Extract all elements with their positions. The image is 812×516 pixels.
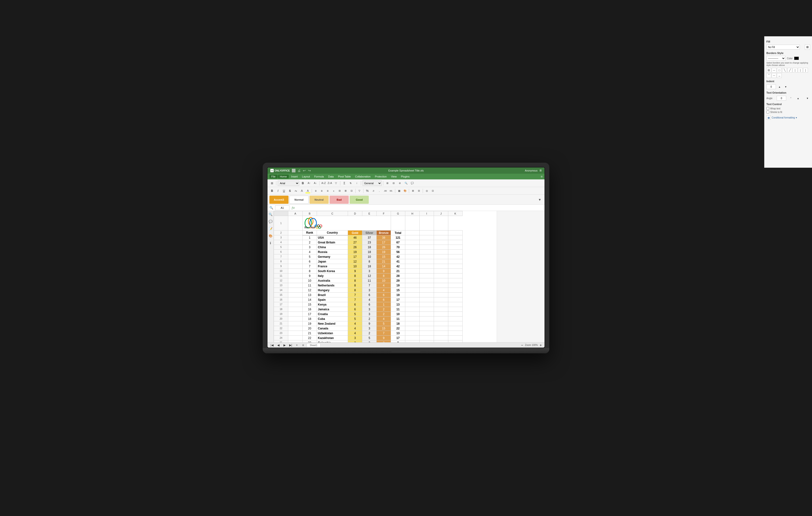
cell-total-20[interactable]: 11 (391, 317, 405, 321)
cell-extra-10-3[interactable] (448, 269, 463, 274)
cell-extra-20-3[interactable] (448, 317, 463, 321)
cell-silver-14[interactable]: 3 (362, 288, 377, 293)
col-header-c[interactable]: C (317, 211, 348, 216)
cell-gold-10[interactable]: 9 (348, 269, 362, 274)
cell-extra-16-3[interactable] (448, 297, 463, 302)
cell-rank-7[interactable]: 5 (302, 254, 317, 259)
cell-total-11[interactable]: 28 (391, 274, 405, 278)
align-bottom-btn[interactable]: ⊞ (343, 188, 348, 194)
cell-extra-16-0[interactable] (405, 297, 419, 302)
cell-total-4[interactable]: 67 (391, 240, 405, 245)
paste-special-btn[interactable]: ⊡ (430, 188, 435, 194)
cell-extra-7-1[interactable] (419, 254, 434, 259)
cell-country-22[interactable]: Canada (317, 326, 348, 331)
search-btn[interactable]: 🔍 (403, 181, 409, 186)
cell-extra-11-1[interactable] (419, 274, 434, 278)
menu-plugins[interactable]: Plugins (399, 175, 411, 178)
cell-a17[interactable] (288, 302, 302, 307)
cell-extra-13-3[interactable] (448, 283, 463, 288)
cell-extra-9-3[interactable] (448, 264, 463, 269)
cell-k2[interactable] (448, 231, 463, 235)
cell-gold-22[interactable]: 4 (348, 326, 362, 331)
cell-country-11[interactable]: Italy (317, 274, 348, 278)
col-header-d[interactable]: D (348, 211, 362, 216)
nav-last-btn[interactable]: ▶| (288, 343, 293, 348)
cell-j2[interactable] (434, 231, 448, 235)
cell-extra-9-1[interactable] (419, 264, 434, 269)
cell-a4[interactable] (288, 240, 302, 245)
highlight-btn[interactable]: A (305, 188, 311, 194)
align-top-btn[interactable]: ⌅ (331, 188, 336, 194)
cell-extra-12-1[interactable] (419, 278, 434, 283)
cell-a1[interactable] (288, 216, 302, 231)
cell-rank-14[interactable]: 12 (302, 288, 317, 293)
cell-total-22[interactable]: 22 (391, 326, 405, 331)
menu-insert[interactable]: Insert (289, 175, 300, 178)
cell-bronze-16[interactable]: 6 (377, 297, 391, 302)
number-format-select[interactable]: General (362, 181, 382, 186)
cell-country-12[interactable]: Australia (317, 278, 348, 283)
cell-a12[interactable] (288, 278, 302, 283)
nav-first-btn[interactable]: |◀ (269, 343, 274, 348)
cell-rank-15[interactable]: 13 (302, 293, 317, 297)
cell-rank-17[interactable]: 15 (302, 302, 317, 307)
sheet-tab-1[interactable]: Sheet1 (307, 343, 320, 347)
col-header-g[interactable]: G (391, 211, 405, 216)
cell-silver-6[interactable]: 18 (362, 250, 377, 254)
decimal-btn[interactable]: .0 (371, 188, 376, 194)
cell-silver-header[interactable]: Silver (362, 231, 377, 235)
cell-extra-21-1[interactable] (419, 321, 434, 326)
cell-gold-20[interactable]: 5 (348, 317, 362, 321)
cell-rank-24[interactable]: 22 (302, 336, 317, 340)
bold-btn[interactable]: B (269, 188, 274, 194)
copy-format-btn[interactable]: ⊞ (269, 181, 274, 186)
col-header-f[interactable]: F (377, 211, 391, 216)
cell-silver-25[interactable]: 2 (362, 340, 377, 343)
cell-country-23[interactable]: Uzbekistan (317, 331, 348, 336)
cell-extra-25-3[interactable] (448, 340, 463, 343)
increase-decimal-btn[interactable]: 00. (388, 188, 394, 194)
cell-a9[interactable] (288, 264, 302, 269)
cell-extra-3-2[interactable] (434, 235, 448, 240)
sheet-list-btn[interactable]: ≡ (300, 343, 306, 348)
cell-bronze-13[interactable]: 4 (377, 283, 391, 288)
cell-a6[interactable] (288, 250, 302, 254)
cell-gold-6[interactable]: 19 (348, 250, 362, 254)
percent-btn[interactable]: % (365, 188, 370, 194)
cell-extra-24-0[interactable] (405, 336, 419, 340)
cell-bronze-header[interactable]: Bronze (377, 231, 391, 235)
cell-extra-24-2[interactable] (434, 336, 448, 340)
cell-gold-13[interactable]: 8 (348, 283, 362, 288)
cell-extra-4-3[interactable] (448, 240, 463, 245)
clear-btn[interactable]: ⊘ (397, 181, 402, 186)
cell-gold-17[interactable]: 6 (348, 302, 362, 307)
style-accent3[interactable]: Accent3 (269, 196, 289, 204)
sidebar-search-icon[interactable]: 🔍 (268, 212, 273, 217)
delete-row-btn[interactable]: ⊟ (416, 188, 422, 194)
cell-h1[interactable] (391, 216, 405, 231)
cell-a19[interactable] (288, 312, 302, 317)
cell-j1[interactable] (419, 216, 434, 231)
cell-extra-23-1[interactable] (419, 331, 434, 336)
cell-country-15[interactable]: Brazil (317, 293, 348, 297)
cell-total-23[interactable]: 13 (391, 331, 405, 336)
cell-a22[interactable] (288, 326, 302, 331)
cell-bronze-21[interactable]: 5 (377, 321, 391, 326)
cell-extra-14-2[interactable] (434, 288, 448, 293)
cell-extra-18-3[interactable] (448, 307, 463, 312)
cell-extra-17-0[interactable] (405, 302, 419, 307)
cell-extra-19-3[interactable] (448, 312, 463, 317)
cell-a16[interactable] (288, 297, 302, 302)
style-bad[interactable]: Bad (329, 196, 349, 204)
menu-view[interactable]: View (389, 175, 399, 178)
print-icon[interactable]: 🖨 (297, 169, 301, 172)
cell-a11[interactable] (288, 274, 302, 278)
cell-gold-3[interactable]: 46 (348, 235, 362, 240)
cell-extra-3-0[interactable] (405, 235, 419, 240)
cell-extra-9-2[interactable] (434, 264, 448, 269)
italic-btn[interactable]: I (276, 188, 281, 194)
cell-bronze-9[interactable]: 14 (377, 264, 391, 269)
font-color-btn[interactable]: A (299, 188, 304, 194)
cell-bronze-6[interactable]: 19 (377, 250, 391, 254)
menu-file[interactable]: File (269, 175, 278, 178)
